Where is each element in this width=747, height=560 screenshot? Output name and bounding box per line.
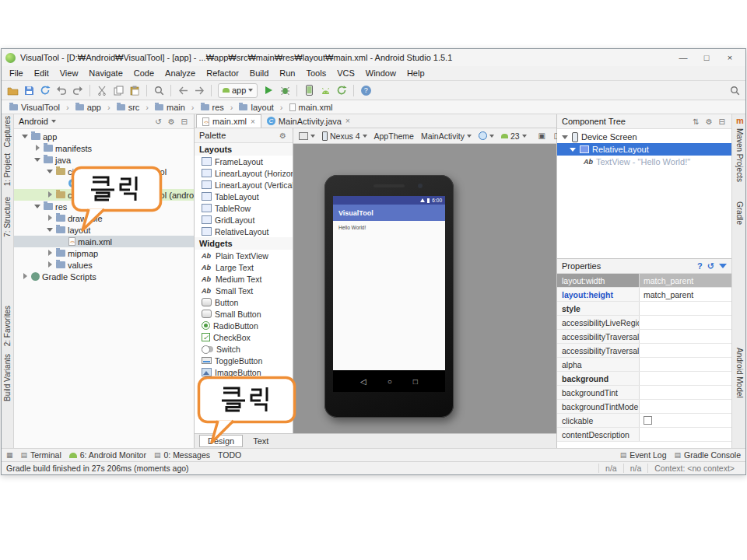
tool-android-monitor[interactable]: 6: Android Monitor bbox=[69, 450, 146, 460]
menu-vcs[interactable]: VCS bbox=[331, 67, 360, 79]
collapsed-icon[interactable] bbox=[22, 273, 29, 280]
undo-icon[interactable] bbox=[54, 82, 69, 98]
property-row[interactable]: background bbox=[557, 372, 731, 386]
palette-item-medium-text[interactable]: AbMedium Text bbox=[195, 273, 293, 285]
cut-icon[interactable] bbox=[94, 82, 110, 98]
configuration-selector[interactable] bbox=[297, 130, 317, 142]
tree-item-manifests[interactable]: manifests bbox=[14, 142, 194, 154]
palette-item-checkbox[interactable]: CheckBox bbox=[195, 331, 293, 343]
back-icon[interactable] bbox=[175, 82, 191, 98]
property-row[interactable]: layout:widthmatch_parent bbox=[557, 274, 731, 288]
expanded-icon[interactable] bbox=[47, 226, 54, 233]
menu-analyze[interactable]: Analyze bbox=[160, 67, 201, 79]
copy-icon[interactable] bbox=[110, 82, 126, 98]
dock-build-variants[interactable]: Build Variants bbox=[3, 354, 12, 401]
device-selector[interactable]: Nexus 4 bbox=[321, 130, 369, 142]
menu-run[interactable]: Run bbox=[274, 67, 300, 79]
tab-main-xml[interactable]: main.xml × bbox=[196, 114, 261, 128]
palette-item-linearlayout-h[interactable]: LinearLayout (Horizontal) bbox=[195, 167, 293, 179]
palette-item-switch[interactable]: Switch bbox=[195, 343, 293, 355]
filter-icon[interactable] bbox=[719, 264, 727, 268]
expanded-icon[interactable] bbox=[34, 203, 41, 210]
property-row[interactable]: style bbox=[557, 302, 731, 316]
component-device-screen[interactable]: Device Screen bbox=[557, 131, 731, 143]
property-row[interactable]: accessibilityTraversalBefc bbox=[557, 344, 731, 358]
dock-project[interactable]: 1: Project bbox=[3, 153, 12, 186]
property-row[interactable]: layout:heightmatch_parent bbox=[557, 288, 731, 302]
property-row-clickable[interactable]: clickable bbox=[557, 414, 731, 428]
menu-file[interactable]: File bbox=[4, 67, 29, 79]
tree-item-main-xml[interactable]: main.xml bbox=[14, 236, 194, 247]
dock-structure[interactable]: 7: Structure bbox=[3, 197, 12, 237]
forward-icon[interactable] bbox=[191, 82, 207, 98]
tree-item-values[interactable]: values bbox=[14, 259, 194, 271]
run-icon[interactable] bbox=[261, 82, 276, 98]
gear-icon[interactable]: ⚙ bbox=[278, 131, 288, 140]
palette-item-small-button[interactable]: Small Button bbox=[195, 308, 293, 320]
activity-selector[interactable]: MainActivity bbox=[419, 130, 473, 142]
tool-event-log[interactable]: ▤Event Log bbox=[620, 450, 667, 460]
property-row[interactable]: backgroundTintMode bbox=[557, 400, 731, 414]
breadcrumb-visualtool[interactable]: VisualTool bbox=[8, 103, 74, 112]
property-row[interactable]: alpha bbox=[557, 358, 731, 372]
menu-code[interactable]: Code bbox=[128, 67, 160, 79]
debug-icon[interactable] bbox=[277, 82, 293, 98]
dock-captures[interactable]: Captures bbox=[3, 116, 12, 148]
design-canvas[interactable]: 6:00 VisualTool Hello World! ◁ ○ □ bbox=[293, 144, 556, 433]
palette-item-togglebutton[interactable]: ToggleButton bbox=[195, 355, 293, 366]
reset-icon[interactable]: ↺ bbox=[153, 117, 163, 126]
dock-favorites[interactable]: 2: Favorites bbox=[3, 306, 12, 346]
breadcrumb-src[interactable]: src bbox=[115, 103, 153, 112]
reset-icon[interactable]: ↺ bbox=[707, 261, 714, 271]
tool-messages[interactable]: ▤0: Messages bbox=[154, 450, 210, 460]
dock-android-model[interactable]: Android Model bbox=[735, 348, 744, 397]
tool-windows-icon[interactable]: ▦ bbox=[6, 451, 13, 459]
property-row[interactable]: backgroundTint bbox=[557, 386, 731, 400]
gear-icon[interactable]: ⚙ bbox=[167, 117, 177, 126]
preview-content[interactable]: Hello World! bbox=[333, 221, 445, 370]
menu-edit[interactable]: Edit bbox=[29, 67, 54, 79]
zoom-fit-icon[interactable]: ▣ bbox=[536, 130, 548, 142]
menu-view[interactable]: View bbox=[54, 67, 84, 79]
sdk-manager-icon[interactable] bbox=[317, 82, 333, 98]
property-row[interactable]: accessibilityLiveRegion bbox=[557, 316, 731, 330]
paste-icon[interactable] bbox=[127, 82, 142, 98]
dock-gradle[interactable]: Gradle bbox=[735, 201, 744, 225]
close-tab-icon[interactable]: × bbox=[345, 117, 350, 125]
collapsed-icon[interactable] bbox=[47, 250, 54, 257]
breadcrumb-app[interactable]: app bbox=[74, 103, 115, 112]
gradle-sync-icon[interactable] bbox=[334, 82, 349, 98]
collapsed-icon[interactable] bbox=[47, 261, 54, 268]
expanded-icon[interactable] bbox=[34, 156, 41, 163]
property-row[interactable]: contentDescription bbox=[557, 428, 731, 442]
menu-help[interactable]: Help bbox=[402, 67, 430, 79]
breadcrumb-layout[interactable]: layout bbox=[237, 103, 287, 112]
tree-item-mipmap[interactable]: mipmap bbox=[14, 247, 194, 259]
close-tab-icon[interactable]: × bbox=[251, 117, 255, 126]
tab-mainactivity-java[interactable]: C MainActivity.java × bbox=[261, 114, 356, 128]
api-level-selector[interactable]: 23 bbox=[500, 130, 528, 142]
component-relativelayout[interactable]: RelativeLayout bbox=[557, 143, 731, 156]
run-config-selector[interactable]: app bbox=[218, 83, 258, 98]
preview-screen[interactable]: 6:00 VisualTool Hello World! ◁ ○ □ bbox=[333, 196, 445, 392]
sort-icon[interactable]: ⇅ bbox=[691, 117, 700, 126]
minimize-button[interactable]: — bbox=[672, 50, 695, 65]
breadcrumb-main[interactable]: main bbox=[153, 103, 199, 112]
tool-todo[interactable]: TODO bbox=[218, 450, 241, 460]
menu-refactor[interactable]: Refactor bbox=[201, 67, 244, 79]
help-icon[interactable]: ? bbox=[358, 82, 374, 98]
tree-item-java[interactable]: java bbox=[14, 154, 194, 166]
device-preview[interactable]: 6:00 VisualTool Hello World! ◁ ○ □ bbox=[324, 175, 454, 418]
property-row[interactable]: accessibilityTraversalAfte bbox=[557, 330, 731, 344]
collapse-icon[interactable]: ⊟ bbox=[717, 117, 727, 126]
save-icon[interactable] bbox=[21, 82, 37, 98]
expanded-icon[interactable] bbox=[22, 133, 29, 140]
menu-navigate[interactable]: Navigate bbox=[83, 67, 128, 79]
palette-item-linearlayout-v[interactable]: LinearLayout (Vertical) bbox=[195, 179, 293, 191]
tool-terminal[interactable]: ▤Terminal bbox=[21, 450, 61, 460]
find-icon[interactable] bbox=[151, 82, 167, 98]
palette-item-framelayout[interactable]: FrameLayout bbox=[195, 156, 293, 167]
tree-item-gradle-scripts[interactable]: Gradle Scripts bbox=[14, 271, 194, 282]
maximize-button[interactable]: □ bbox=[695, 50, 718, 65]
theme-selector[interactable]: AppTheme bbox=[373, 130, 416, 142]
